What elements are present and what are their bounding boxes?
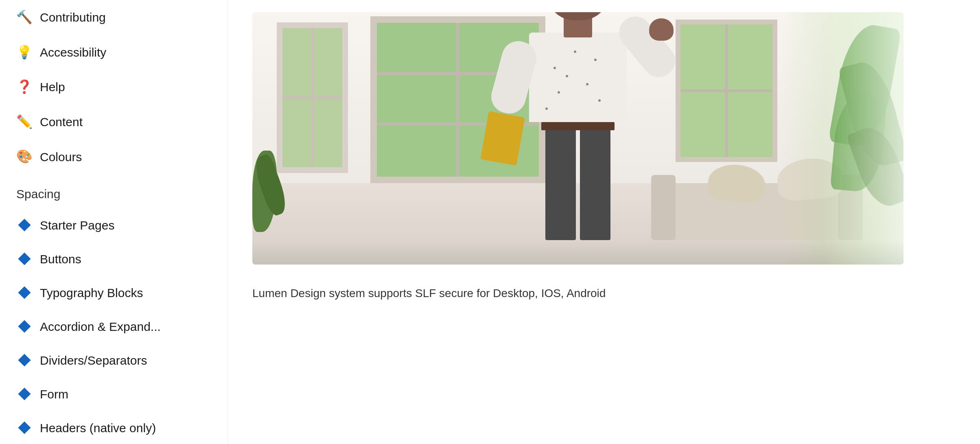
sidebar-item-label: Accordion & Expand... [40, 319, 161, 335]
diamond-icon-buttons [16, 254, 33, 263]
sidebar-item-label: Help [40, 79, 65, 95]
sidebar-item-dividers[interactable]: Dividers/Separators [12, 343, 215, 377]
sidebar-item-typography-blocks[interactable]: Typography Blocks [12, 276, 215, 310]
hero-image [252, 12, 903, 265]
colours-icon: 🎨 [16, 148, 33, 165]
sidebar-item-label: Contributing [40, 9, 106, 25]
sidebar-item-form[interactable]: Form [12, 377, 215, 411]
main-content: Lumen Design system supports SLF secure … [228, 0, 980, 444]
sidebar-item-label: Typography Blocks [40, 285, 143, 301]
sidebar-item-label: Content [40, 114, 83, 130]
content-icon: ✏️ [16, 114, 33, 131]
help-icon: ❓ [16, 79, 33, 96]
sidebar-item-colours[interactable]: 🎨 Colours [12, 139, 215, 174]
sidebar-item-help[interactable]: ❓ Help [12, 70, 215, 105]
contributing-icon: 🔨 [16, 9, 33, 26]
sidebar-item-label: Colours [40, 149, 82, 165]
diamond-icon-form [16, 389, 33, 398]
diamond-icon-starter [16, 221, 33, 230]
sidebar-item-accessibility[interactable]: 💡 Accessibility [12, 35, 215, 70]
sidebar-item-buttons[interactable]: Buttons [12, 242, 215, 276]
diamond-icon-accordion [16, 322, 33, 331]
diamond-icon-headers [16, 423, 33, 432]
diamond-icon-typography [16, 288, 33, 297]
spacing-section-header: Spacing [12, 174, 215, 208]
sidebar-item-headers-native[interactable]: Headers (native only) [12, 411, 215, 444]
sidebar-item-contributing[interactable]: 🔨 Contributing [12, 0, 215, 35]
sidebar-item-accordion[interactable]: Accordion & Expand... [12, 310, 215, 343]
sidebar-item-label: Accessibility [40, 44, 106, 60]
sidebar: 🔨 Contributing 💡 Accessibility ❓ Help ✏️… [0, 0, 228, 444]
sidebar-item-label: Headers (native only) [40, 420, 156, 436]
sidebar-item-label: Form [40, 386, 68, 402]
accessibility-icon: 💡 [16, 44, 33, 61]
sidebar-item-label: Dividers/Separators [40, 352, 147, 368]
hero-caption: Lumen Design system supports SLF secure … [252, 281, 956, 306]
sidebar-item-starter-pages[interactable]: Starter Pages [12, 208, 215, 242]
sidebar-item-label: Starter Pages [40, 217, 114, 233]
sidebar-item-label: Buttons [40, 251, 81, 267]
diamond-icon-dividers [16, 356, 33, 365]
sidebar-item-content[interactable]: ✏️ Content [12, 105, 215, 140]
